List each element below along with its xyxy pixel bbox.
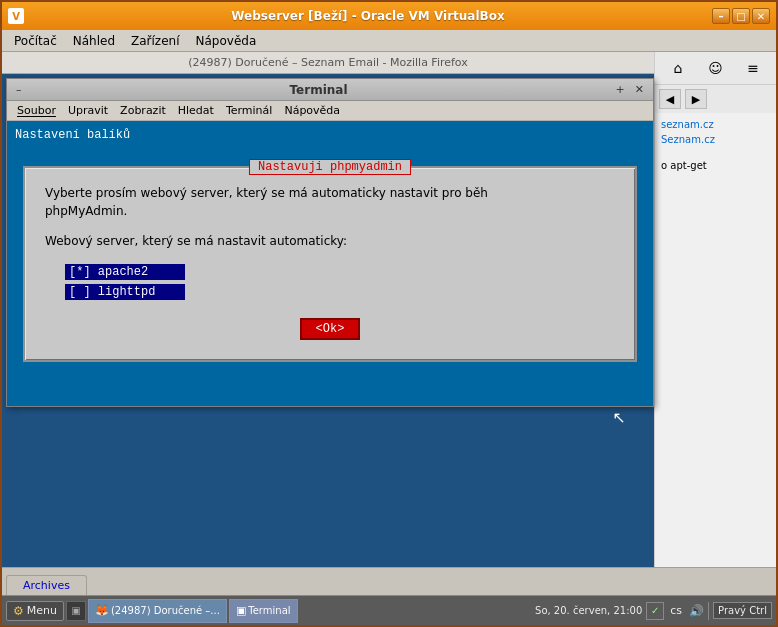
check-icon[interactable]: ✓: [646, 602, 664, 620]
mouse-cursor: ↖: [613, 408, 626, 427]
guest-desktop: ⌂ ☺ ≡ ◀ ▶ seznam.cz Seznam.cz o apt-get …: [2, 52, 776, 567]
terminal-close-group: + ✕: [613, 83, 647, 96]
seznam-link[interactable]: Seznam.cz: [661, 134, 770, 145]
dialog-lighttpd-option[interactable]: [ ] lighttpd: [65, 284, 185, 300]
terminal-menu-upravit[interactable]: Upravit: [62, 103, 114, 118]
firefox-title-text: (24987) Doručené – Seznam Email - Mozill…: [188, 56, 468, 69]
chat-icon[interactable]: ☺: [703, 56, 727, 80]
virtualbox-window: V Webserver [Beží] - Oracle VM VirtualBo…: [0, 0, 778, 627]
taskbar-terminal-label: Terminal: [248, 605, 290, 616]
vbox-menu-napoveda[interactable]: Nápověda: [188, 32, 265, 50]
vbox-menubar: Počítač Náhled Zařízení Nápověda: [2, 30, 776, 52]
dialog-server-list: [*] apache2 [ ] lighttpd: [65, 262, 615, 302]
vbox-close-button[interactable]: ✕: [752, 8, 770, 24]
lang-indicator[interactable]: cs: [668, 604, 684, 617]
terminal-window-controls: –: [13, 83, 25, 96]
guest-bottom-area: Archives: [2, 567, 776, 595]
dialog-ok-button[interactable]: <Ok>: [300, 318, 361, 340]
taskbar-separator: [708, 602, 709, 620]
terminal-menu-zobrazit[interactable]: Zobrazit: [114, 103, 172, 118]
tab-archives[interactable]: Archives: [6, 575, 87, 595]
volume-icon[interactable]: 🔊: [688, 603, 704, 619]
terminal-nastaveni-line: Nastavení balíků: [15, 127, 645, 144]
vbox-maximize-button[interactable]: □: [732, 8, 750, 24]
vbox-content: ⌂ ☺ ≡ ◀ ▶ seznam.cz Seznam.cz o apt-get …: [2, 52, 776, 625]
terminal-titlebar: – Terminal + ✕: [7, 79, 653, 101]
vbox-menu-pocitac[interactable]: Počítač: [6, 32, 65, 50]
menu-icon[interactable]: ≡: [741, 56, 765, 80]
terminal-menu-hledat[interactable]: Hledat: [172, 103, 220, 118]
terminal-minimize-button[interactable]: –: [13, 83, 25, 96]
vbox-menu-zarizeni[interactable]: Zařízení: [123, 32, 187, 50]
dialog-apache2-option[interactable]: [*] apache2: [65, 264, 185, 280]
vbox-titlebar: V Webserver [Beží] - Oracle VM VirtualBo…: [2, 2, 776, 30]
sysmon-icon[interactable]: ▣: [66, 601, 86, 621]
xfce-taskbar: ⚙ Menu ▣ 🦊 (24987) Doručené –... ▣ Termi…: [2, 595, 776, 625]
dialog-text1: Vyberte prosím webový server, který se m…: [45, 184, 615, 220]
back-button[interactable]: ◀: [659, 89, 681, 109]
firefox-titlebar-bg: (24987) Doručené – Seznam Email - Mozill…: [2, 52, 654, 74]
terminal-menu-soubor[interactable]: Soubor: [11, 103, 62, 118]
taskbar-task-terminal[interactable]: ▣ Terminal: [229, 599, 298, 623]
terminal-title-label: Terminal: [25, 83, 613, 97]
xfce-menu-button[interactable]: ⚙ Menu: [6, 601, 64, 621]
nav-arrows-bar: ◀ ▶: [655, 85, 776, 113]
firefox-content: seznam.cz Seznam.cz o apt-get: [655, 113, 776, 567]
terminal-window: – Terminal + ✕ Soubor Upravit Zobrazit H…: [6, 78, 654, 407]
vbox-window-controls: – □ ✕: [712, 8, 770, 24]
vbox-title: Webserver [Beží] - Oracle VM VirtualBox: [24, 9, 712, 23]
terminal-close-button[interactable]: ✕: [632, 83, 647, 96]
taskbar-task-firefox[interactable]: 🦊 (24987) Doručené –...: [88, 599, 227, 623]
terminal-body[interactable]: Nastavení balíků Nastavuji phpmyadmin Vy…: [7, 121, 653, 406]
vbox-menu-nahled[interactable]: Náhled: [65, 32, 123, 50]
dialog-text3: Webový server, který se má nastavit auto…: [45, 232, 615, 250]
dialog-ok-area: <Ok>: [45, 318, 615, 340]
terminal-menu-terminal[interactable]: Terminál: [220, 103, 279, 118]
terminal-dialog: Nastavuji phpmyadmin Vyberte prosím webo…: [23, 166, 637, 362]
dialog-title: Nastavuji phpmyadmin: [249, 159, 411, 175]
right-ctrl-label[interactable]: Pravý Ctrl: [713, 602, 772, 619]
firefox-toolbar-icons: ⌂ ☺ ≡: [655, 52, 776, 85]
vbox-minimize-button[interactable]: –: [712, 8, 730, 24]
home-icon[interactable]: ⌂: [666, 56, 690, 80]
xfce-menu-label: Menu: [27, 604, 57, 617]
taskbar-firefox-label: (24987) Doručené –...: [111, 605, 220, 616]
taskbar-clock: So, 20. červen, 21:00: [535, 605, 642, 616]
taskbar-right-group: So, 20. červen, 21:00 ✓ cs 🔊 Pravý Ctrl: [535, 602, 772, 620]
forward-button[interactable]: ▶: [685, 89, 707, 109]
terminal-menu-napoveda[interactable]: Nápověda: [278, 103, 346, 118]
firefox-right-panel: ⌂ ☺ ≡ ◀ ▶ seznam.cz Seznam.cz o apt-get: [654, 52, 776, 567]
seznam-cz-link[interactable]: seznam.cz: [661, 119, 770, 130]
vbox-icon: V: [8, 8, 24, 24]
tab-bar: Archives: [2, 567, 776, 595]
terminal-menubar: Soubor Upravit Zobrazit Hledat Terminál …: [7, 101, 653, 121]
terminal-maximize-button[interactable]: +: [613, 83, 628, 96]
apt-get-text: o apt-get: [661, 160, 707, 171]
